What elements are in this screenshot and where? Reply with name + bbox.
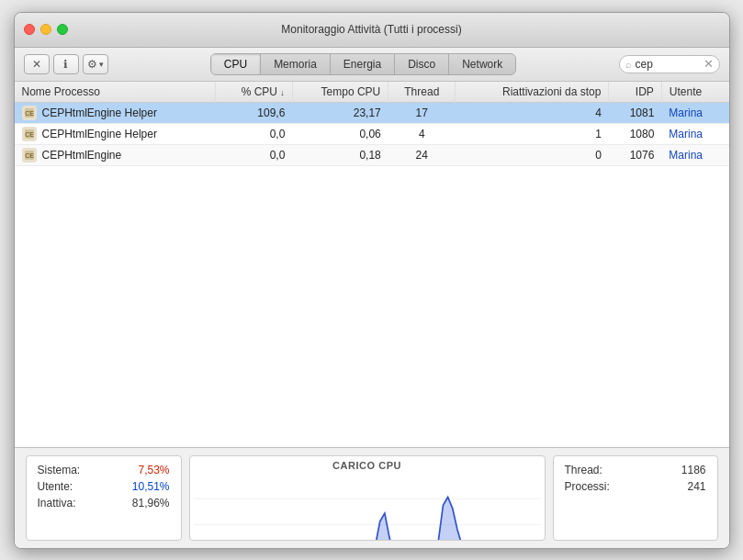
table-row[interactable]: CE CEPHtmlEngine Helper 109,6 23,17 17 4… bbox=[15, 102, 729, 123]
th-tempo[interactable]: Tempo CPU bbox=[292, 82, 388, 103]
th-utente[interactable]: Utente bbox=[661, 82, 728, 103]
sistema-label: Sistema: bbox=[38, 464, 81, 476]
table-header-row: Nome Processo % CPU ↓ Tempo CPU Thread R… bbox=[15, 82, 729, 103]
tab-group: CPU Memoria Energia Disco Network bbox=[210, 53, 516, 75]
svg-text:CE: CE bbox=[25, 131, 34, 138]
inattiva-label: Inattiva: bbox=[38, 497, 76, 510]
stats-box: Sistema: 7,53% Utente: 10,51% Inattiva: … bbox=[26, 455, 182, 541]
utente-label: Utente: bbox=[38, 480, 73, 493]
utente-value: 10,51% bbox=[132, 480, 170, 493]
processi-value: 241 bbox=[687, 480, 705, 493]
tab-network[interactable]: Network bbox=[449, 54, 515, 74]
stop-icon: ✕ bbox=[32, 58, 41, 71]
th-nome[interactable]: Nome Processo bbox=[15, 82, 216, 103]
process-name: CEPHtmlEngine Helper bbox=[42, 128, 157, 140]
info-icon: ℹ bbox=[63, 58, 68, 71]
process-name: CEPHtmlEngine bbox=[42, 149, 122, 162]
cell-idp: 1081 bbox=[609, 102, 661, 123]
bottom-panel: Sistema: 7,53% Utente: 10,51% Inattiva: … bbox=[15, 447, 729, 548]
gear-button[interactable]: ⚙ ▾ bbox=[83, 54, 108, 74]
info-processi: Processi: 241 bbox=[565, 480, 706, 493]
cell-nome: CE CEPHtmlEngine bbox=[15, 144, 216, 165]
traffic-lights bbox=[24, 24, 68, 35]
cell-riattivazioni: 0 bbox=[456, 144, 609, 165]
search-input[interactable] bbox=[636, 58, 700, 71]
info-thread: Thread: 1186 bbox=[565, 464, 706, 476]
chart-title: CARICO CPU bbox=[332, 456, 401, 473]
table-row[interactable]: CE CEPHtmlEngine 0,0 0,18 24 0 1076 Mari… bbox=[15, 144, 729, 165]
cpu-chart bbox=[190, 473, 545, 541]
titlebar: Monitoraggio Attività (Tutti i processi) bbox=[15, 13, 729, 48]
main-window: Monitoraggio Attività (Tutti i processi)… bbox=[14, 12, 730, 549]
info-box: Thread: 1186 Processi: 241 bbox=[553, 455, 718, 541]
window-title: Monitoraggio Attività (Tutti i processi) bbox=[281, 23, 461, 36]
table-row[interactable]: CE CEPHtmlEngine Helper 0,0 0,06 4 1 108… bbox=[15, 123, 729, 144]
cell-cpu: 109,6 bbox=[216, 102, 293, 123]
tab-disco[interactable]: Disco bbox=[395, 54, 449, 74]
search-clear-button[interactable]: ✕ bbox=[704, 58, 714, 70]
toolbar: ✕ ℹ ⚙ ▾ CPU Memoria Energia Disco Networ… bbox=[15, 48, 729, 82]
inattiva-value: 81,96% bbox=[132, 497, 170, 510]
cell-idp: 1076 bbox=[609, 144, 661, 165]
cell-thread: 4 bbox=[388, 123, 456, 144]
process-table: Nome Processo % CPU ↓ Tempo CPU Thread R… bbox=[15, 82, 729, 166]
minimize-button[interactable] bbox=[40, 24, 51, 35]
cell-thread: 24 bbox=[388, 144, 456, 165]
process-icon: CE bbox=[22, 106, 37, 120]
cell-riattivazioni: 4 bbox=[456, 102, 609, 123]
stat-sistema: Sistema: 7,53% bbox=[38, 464, 170, 476]
th-cpu[interactable]: % CPU ↓ bbox=[216, 82, 293, 103]
cell-tempo: 0,06 bbox=[292, 123, 388, 144]
cell-tempo: 23,17 bbox=[292, 102, 388, 123]
cell-cpu: 0,0 bbox=[216, 144, 293, 165]
tab-energia[interactable]: Energia bbox=[331, 54, 395, 74]
svg-text:CE: CE bbox=[25, 152, 34, 159]
maximize-button[interactable] bbox=[57, 24, 68, 35]
cell-riattivazioni: 1 bbox=[456, 123, 609, 144]
gear-icon: ⚙ bbox=[87, 58, 97, 71]
cell-idp: 1080 bbox=[609, 123, 661, 144]
cell-cpu: 0,0 bbox=[216, 123, 293, 144]
close-button[interactable] bbox=[24, 24, 35, 35]
cell-tempo: 0,18 bbox=[292, 144, 388, 165]
info-button[interactable]: ℹ bbox=[53, 54, 79, 74]
sort-arrow-icon: ↓ bbox=[280, 88, 285, 97]
toolbar-actions: ✕ ℹ ⚙ ▾ bbox=[24, 54, 108, 74]
process-icon: CE bbox=[22, 127, 37, 141]
thread-value: 1186 bbox=[681, 464, 706, 476]
thread-label: Thread: bbox=[565, 464, 602, 476]
sistema-value: 7,53% bbox=[138, 464, 169, 476]
process-icon: CE bbox=[22, 148, 37, 162]
search-box: ⌕ ✕ bbox=[619, 55, 720, 73]
cell-thread: 17 bbox=[388, 102, 456, 123]
tab-cpu[interactable]: CPU bbox=[211, 54, 261, 74]
th-thread[interactable]: Thread bbox=[388, 82, 456, 103]
stat-inattiva: Inattiva: 81,96% bbox=[38, 497, 170, 510]
stop-button[interactable]: ✕ bbox=[24, 54, 50, 74]
search-icon: ⌕ bbox=[625, 59, 632, 70]
cpu-chart-box: CARICO CPU bbox=[189, 455, 546, 541]
cell-utente: Marina bbox=[661, 144, 728, 165]
cell-utente: Marina bbox=[661, 102, 728, 123]
svg-text:CE: CE bbox=[25, 110, 34, 117]
cell-nome: CE CEPHtmlEngine Helper bbox=[15, 102, 216, 123]
cell-utente: Marina bbox=[661, 123, 728, 144]
processi-label: Processi: bbox=[565, 480, 610, 493]
process-table-container: Nome Processo % CPU ↓ Tempo CPU Thread R… bbox=[15, 82, 729, 447]
th-riattivazioni[interactable]: Riattivazioni da stop bbox=[456, 82, 609, 103]
svg-rect-9 bbox=[194, 473, 541, 541]
process-name: CEPHtmlEngine Helper bbox=[42, 106, 157, 119]
cell-nome: CE CEPHtmlEngine Helper bbox=[15, 123, 216, 144]
th-idp[interactable]: IDP bbox=[609, 82, 661, 103]
tab-memoria[interactable]: Memoria bbox=[261, 54, 331, 74]
stat-utente: Utente: 10,51% bbox=[38, 480, 170, 493]
chevron-down-icon: ▾ bbox=[99, 60, 104, 69]
